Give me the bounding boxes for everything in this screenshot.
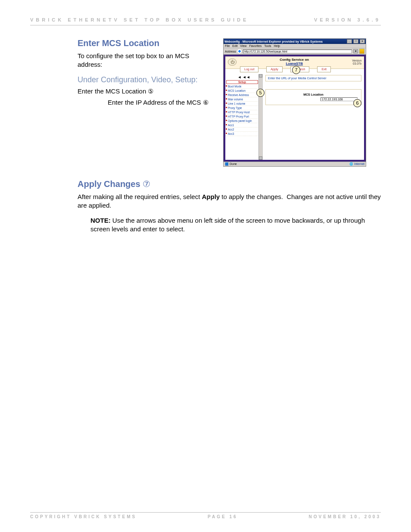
version-label: Version <box>352 59 361 62</box>
circled-5-icon: ⑤ <box>148 87 153 95</box>
section1-text: Enter MCS Location To configure the set … <box>78 38 215 109</box>
running-footer: COPYRIGHT VBRICK SYSTEMS PAGE 16 NOVEMBE… <box>30 509 381 519</box>
go-button-icon[interactable] <box>359 49 364 54</box>
menu-view[interactable]: View <box>240 44 246 47</box>
sidebar-scrollbar[interactable] <box>258 74 262 160</box>
sidebar: ◄ ◄◄ Setup Boot Mode MCS Location Receiv… <box>225 74 263 160</box>
apply-para-pre: After making all the required entries, s… <box>78 193 202 200</box>
logout-button[interactable]: Log out <box>240 66 258 72</box>
page-viewport: ⏻ Config Service on LuanaSTB Version 03.… <box>224 55 366 162</box>
window-title: Webconfig - Microsoft Internet Explorer … <box>224 40 323 43</box>
note-block: NOTE: Use the arrows above menu on left … <box>78 216 381 234</box>
subheading-config-path: Under Configuration, Video, Setup: <box>78 75 215 84</box>
apply-button[interactable]: Apply <box>266 66 283 72</box>
window-buttons: _ □ x <box>346 39 365 44</box>
maximize-button[interactable]: □ <box>353 39 358 44</box>
status-zone: 🌐 Internet <box>349 162 364 166</box>
step-1-text: Enter the MCS Location <box>78 87 146 95</box>
footer-left: COPYRIGHT VBRICK SYSTEMS <box>30 514 137 519</box>
sidebar-item-proxy-type[interactable]: Proxy Type <box>225 106 262 110</box>
browser-statusbar: 🟦 Done 🌐 Internet <box>224 162 366 166</box>
footer-right: NOVEMBER 10, 2003 <box>308 514 381 519</box>
sidebar-item-options-panel-login[interactable]: Options panel login <box>225 119 262 123</box>
note-body: Use the arrows above menu on left side o… <box>90 217 365 233</box>
callout-6: 6 <box>353 99 361 107</box>
sidebar-item-acc1[interactable]: Acc1 <box>225 123 262 128</box>
menu-edit[interactable]: Edit <box>232 44 237 47</box>
sidebar-heading-setup[interactable]: Setup <box>226 80 258 84</box>
intro-paragraph: To configure the set top box to an MCS a… <box>78 52 215 69</box>
menu-file[interactable]: File <box>225 44 230 47</box>
footer-rule <box>30 512 381 513</box>
step-1-line: Enter the MCS Location ⑤ <box>78 87 215 96</box>
page: VBRICK ETHERNETV SET TOP BOX USERS GUIDE… <box>0 0 411 532</box>
ie-page-icon <box>237 49 242 53</box>
address-input[interactable]: http://172.16.120.50/webpage.html <box>243 50 352 53</box>
step-2-line: Enter the IP Address of the MCS ⑥ <box>78 98 215 107</box>
sidebar-item-acc2[interactable]: Acc2 <box>225 128 262 132</box>
sidebar-item-line1-volume[interactable]: Line 1 volume <box>225 102 262 106</box>
nav-back-arrows-icon[interactable]: ◄ ◄◄ <box>225 75 262 79</box>
address-bar: Address http://172.16.120.50/webpage.htm… <box>224 48 366 55</box>
power-icon[interactable]: ⏻ <box>228 59 237 65</box>
version-value: 03.07b <box>352 62 361 65</box>
section-enter-mcs: Enter MCS Location To configure the set … <box>78 38 381 167</box>
running-header: VBRICK ETHERNETV SET TOP BOX USERS GUIDE… <box>30 17 381 22</box>
status-done: 🟦 Done <box>225 162 237 166</box>
callout-7: 7 <box>292 66 300 74</box>
menu-tools[interactable]: Tools <box>264 44 271 47</box>
window-titlebar: Webconfig - Microsoft Internet Explorer … <box>224 39 366 44</box>
content-area: Enter MCS Location To configure the set … <box>30 38 381 233</box>
menu-help[interactable]: Help <box>274 44 280 47</box>
step-2-text: Enter the IP Address of the MCS <box>108 99 201 106</box>
config-title-line2: LuanaSTB <box>237 62 352 66</box>
figure-screenshot: Webconfig - Microsoft Internet Explorer … <box>223 38 366 167</box>
footer-center: PAGE 16 <box>208 514 238 519</box>
minimize-button[interactable]: _ <box>347 39 352 44</box>
heading-apply-text: Apply Changes <box>78 179 140 189</box>
config-body: ◄ ◄◄ Setup Boot Mode MCS Location Receiv… <box>225 69 364 160</box>
circled-7-icon: ⑦ <box>143 179 150 189</box>
sidebar-item-acc3[interactable]: Acc3 <box>225 132 262 136</box>
browser-menubar: File Edit View Favorites Tools Help <box>224 44 366 48</box>
header-left: VBRICK ETHERNETV SET TOP BOX USERS GUIDE <box>30 17 249 22</box>
exit-button[interactable]: Exit <box>317 66 331 72</box>
menu-favorites[interactable]: Favorites <box>249 44 262 47</box>
config-title-area: Config Service on LuanaSTB <box>237 58 352 66</box>
main-pane: Enter the URL of your Media Control Serv… <box>263 74 364 160</box>
mcs-location-input[interactable]: 172.22.193.108 <box>321 97 358 101</box>
mcs-location-label: MCS Location <box>269 93 358 96</box>
version-block: Version 03.07b <box>352 59 361 65</box>
prompt-box: Enter the URL of your Media Control Serv… <box>265 75 361 81</box>
note-label: NOTE: <box>90 217 111 224</box>
heading-enter-mcs: Enter MCS Location <box>78 38 215 48</box>
sidebar-item-max-volume[interactable]: Max volume <box>225 97 262 102</box>
header-rule <box>30 25 381 25</box>
apply-bold-word: Apply <box>202 193 220 200</box>
config-header: ⏻ Config Service on LuanaSTB Version 03.… <box>225 56 364 69</box>
mcs-location-fieldbox: MCS Location 172.22.193.108 <box>265 89 361 105</box>
address-dropdown-button[interactable]: ▾ <box>353 49 358 53</box>
address-label: Address <box>225 50 236 53</box>
section-apply-changes: Apply Changes ⑦ After making all the req… <box>78 179 381 233</box>
sidebar-item-boot-mode[interactable]: Boot Mode <box>225 84 262 89</box>
sidebar-item-http-proxy-host[interactable]: HTTP Proxy Host <box>225 110 262 115</box>
apply-paragraph: After making all the required entries, s… <box>78 193 381 210</box>
heading-apply-changes: Apply Changes ⑦ <box>78 179 381 189</box>
browser-window: Webconfig - Microsoft Internet Explorer … <box>223 38 366 167</box>
header-right: VERSION 3.6.9 <box>314 17 381 22</box>
sidebar-item-http-proxy-port[interactable]: HTTP Proxy Port <box>225 115 262 119</box>
circled-6-icon: ⑥ <box>203 99 209 106</box>
close-button[interactable]: x <box>360 39 365 44</box>
